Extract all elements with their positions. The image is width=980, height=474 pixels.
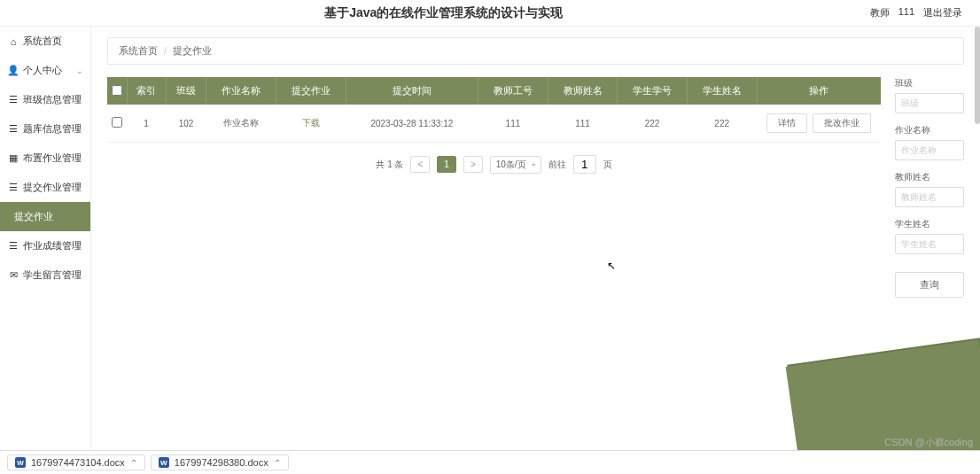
download-item[interactable]: W 1679974473104.docx ⌃	[7, 455, 145, 470]
list-icon: ☰	[9, 96, 18, 105]
th-checkbox	[107, 77, 127, 105]
th-submit: 提交作业	[276, 77, 346, 105]
download-link[interactable]: 下载	[302, 118, 320, 128]
user-icon: 👤	[9, 66, 18, 75]
downloads-bar: W 1679974473104.docx ⌃ W 1679974298380.d…	[0, 450, 980, 474]
breadcrumb: 系统首页 / 提交作业	[107, 37, 964, 65]
sidebar-label: 题库信息管理	[23, 122, 82, 136]
th-name: 作业名称	[206, 77, 276, 105]
filter-name-input[interactable]	[895, 140, 964, 160]
sidebar-item-home[interactable]: ⌂ 系统首页	[0, 27, 90, 56]
td-class: 102	[166, 105, 206, 143]
td-name: 作业名称	[206, 105, 276, 143]
filter-student-input[interactable]	[895, 234, 964, 254]
sidebar-label: 系统首页	[23, 35, 62, 48]
prev-page-button[interactable]: <	[410, 156, 430, 173]
content-row: 索引 班级 作业名称 提交作业 提交时间 教师工号 教师姓名 学生学号 学生姓名…	[107, 77, 964, 298]
page-size-select[interactable]: 10条/页	[490, 156, 541, 174]
sidebar-label: 布置作业管理	[23, 152, 82, 165]
th-op: 操作	[757, 77, 881, 105]
content: 系统首页 / 提交作业 索引 班级 作业名称 提交作业 提交时间 教师工号	[91, 27, 980, 450]
main: ⌂ 系统首页 👤 个人中心 ⌄ ☰ 班级信息管理 ⌄ ☰ 题库信息管理 ⌄ ▦ …	[0, 27, 980, 450]
app-title: 基于Java的在线作业管理系统的设计与实现	[18, 5, 870, 21]
word-icon: W	[159, 457, 169, 468]
chevron-up-icon[interactable]: ⌃	[130, 458, 137, 468]
pagination: 共 1 条 < 1 > 10条/页 前往 页	[107, 155, 881, 174]
sidebar-item-grade[interactable]: ☰ 作业成绩管理 ⌄	[0, 231, 90, 260]
list-icon: ☰	[9, 183, 18, 192]
chevron-down-icon: ⌄	[76, 66, 83, 75]
scrollbar-thumb[interactable]	[975, 27, 980, 124]
goto-input[interactable]	[573, 155, 596, 174]
chevron-down-icon: ⌄	[76, 96, 83, 105]
th-index: 索引	[127, 77, 166, 105]
sidebar-item-assign[interactable]: ▦ 布置作业管理 ⌄	[0, 144, 90, 173]
grid-icon: ▦	[9, 154, 18, 163]
breadcrumb-current: 提交作业	[173, 45, 212, 56]
sidebar-label: 作业成绩管理	[23, 239, 82, 253]
filter-class-input[interactable]	[895, 93, 964, 113]
grade-button[interactable]: 批改作业	[813, 113, 871, 133]
sidebar-item-message[interactable]: ✉ 学生留言管理 ⌄	[0, 260, 90, 290]
sidebar-label: 提交作业	[14, 210, 53, 223]
chevron-down-icon: ⌄	[76, 125, 83, 134]
user-id: 111	[898, 6, 914, 19]
goto-label: 前往	[548, 159, 566, 171]
chevron-up-icon: ⌃	[76, 183, 83, 192]
th-tname: 教师姓名	[548, 77, 618, 105]
sidebar-item-question[interactable]: ☰ 题库信息管理 ⌄	[0, 114, 90, 144]
query-button[interactable]: 查询	[895, 272, 964, 298]
td-checkbox	[107, 105, 127, 143]
row-checkbox[interactable]	[112, 117, 122, 128]
next-page-button[interactable]: >	[463, 156, 483, 173]
chat-icon: ✉	[9, 271, 18, 280]
sidebar-label: 个人中心	[23, 64, 62, 77]
filter-student-label: 学生姓名	[895, 218, 964, 230]
sidebar: ⌂ 系统首页 👤 个人中心 ⌄ ☰ 班级信息管理 ⌄ ☰ 题库信息管理 ⌄ ▦ …	[0, 27, 91, 450]
watermark: CSDN @小蔡coding	[884, 436, 973, 449]
header-user: 教师 111 退出登录	[870, 6, 962, 19]
sidebar-item-profile[interactable]: 👤 个人中心 ⌄	[0, 56, 90, 85]
sidebar-label: 提交作业管理	[23, 181, 82, 194]
download-filename: 1679974473104.docx	[31, 457, 125, 468]
td-sid: 222	[618, 105, 688, 143]
table-area: 索引 班级 作业名称 提交作业 提交时间 教师工号 教师姓名 学生学号 学生姓名…	[107, 77, 881, 298]
chevron-down-icon: ⌄	[76, 154, 83, 163]
header: 基于Java的在线作业管理系统的设计与实现 教师 111 退出登录	[0, 0, 980, 27]
th-class: 班级	[166, 77, 206, 105]
filter-panel: 班级 作业名称 教师姓名 学生姓名 查询	[895, 77, 964, 298]
sidebar-item-submit-mgmt[interactable]: ☰ 提交作业管理 ⌃	[0, 173, 90, 202]
page-number-button[interactable]: 1	[437, 156, 456, 173]
goto-suffix: 页	[603, 159, 612, 171]
home-icon: ⌂	[9, 37, 18, 46]
total-text: 共 1 条	[376, 159, 403, 171]
filter-name-label: 作业名称	[895, 124, 964, 136]
detail-button[interactable]: 详情	[766, 113, 807, 133]
download-item[interactable]: W 1679974298380.docx ⌃	[151, 455, 289, 470]
sidebar-label: 学生留言管理	[23, 268, 82, 282]
table-row: 1 102 作业名称 下载 2023-03-28 11:33:12 111 11…	[107, 105, 881, 143]
th-tid: 教师工号	[478, 77, 548, 105]
sidebar-label: 班级信息管理	[23, 93, 82, 106]
td-op: 详情 批改作业	[757, 105, 881, 143]
td-tid: 111	[478, 105, 548, 143]
filter-teacher-label: 教师姓名	[895, 171, 964, 183]
sidebar-item-submit[interactable]: 提交作业	[0, 202, 90, 231]
sidebar-item-class[interactable]: ☰ 班级信息管理 ⌄	[0, 85, 90, 114]
logout-link[interactable]: 退出登录	[923, 6, 962, 19]
chevron-down-icon: ⌄	[76, 242, 83, 251]
user-role: 教师	[870, 6, 890, 19]
td-tname: 111	[548, 105, 618, 143]
chevron-down-icon: ⌄	[76, 271, 83, 280]
word-icon: W	[15, 457, 26, 468]
filter-class-label: 班级	[895, 77, 964, 89]
table-header-row: 索引 班级 作业名称 提交作业 提交时间 教师工号 教师姓名 学生学号 学生姓名…	[107, 77, 881, 105]
chevron-up-icon[interactable]: ⌃	[274, 458, 281, 468]
filter-teacher-input[interactable]	[895, 187, 964, 207]
list-icon: ☰	[9, 242, 18, 251]
select-all-checkbox[interactable]	[112, 85, 122, 96]
td-time: 2023-03-28 11:33:12	[346, 105, 478, 143]
breadcrumb-home[interactable]: 系统首页	[119, 45, 158, 56]
th-time: 提交时间	[346, 77, 478, 105]
td-sname: 222	[687, 105, 757, 143]
